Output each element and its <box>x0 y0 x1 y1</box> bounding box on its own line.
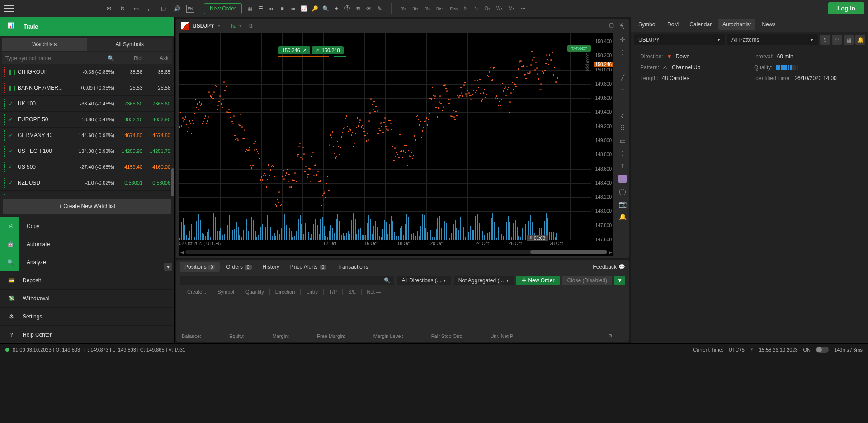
watchlist-row[interactable]: ✓AUDJPY-7.7 (-0.08%)94.89294.897 <box>0 191 174 196</box>
crosshair-icon[interactable]: ✛ <box>618 35 627 43</box>
equidist-icon[interactable]: ≡ <box>618 86 627 94</box>
orders-search[interactable]: 🔍 <box>180 276 394 285</box>
camera-icon[interactable]: 📷 <box>618 200 627 208</box>
bottom-tab-orders[interactable]: Orders0 <box>222 262 256 272</box>
tf-h4[interactable]: h₄ <box>472 5 481 12</box>
ask-tag[interactable]: ↗150.248 <box>312 46 344 54</box>
watchlist-row[interactable]: ✓NZDUSD-1.0 (-0.02%)0.580010.58006 <box>0 175 174 191</box>
share-icon[interactable]: ⇪ <box>820 35 830 45</box>
autochartist-pattern-select[interactable]: All Patterns▼ <box>727 34 818 45</box>
right-tab-symbol[interactable]: Symbol <box>634 19 661 30</box>
eye-icon[interactable]: 👁 <box>365 5 373 13</box>
list-icon[interactable]: ☰ <box>256 5 264 13</box>
circle-icon[interactable]: ◯ <box>618 187 627 195</box>
watchlist-row[interactable]: ✓US 500-27.40 (-0.65%)4159.404160.00 <box>0 159 174 175</box>
bell-icon[interactable]: 🔔 <box>618 213 627 221</box>
chart-icon[interactable]: 📈 <box>300 5 308 13</box>
bottom-new-order-button[interactable]: ✚ New Order <box>516 276 560 285</box>
sparkle-icon[interactable]: ✦ <box>332 5 340 13</box>
bottom-tab-price-alerts[interactable]: Price Alerts0 <box>286 262 331 272</box>
star-icon[interactable]: ☆ <box>832 35 842 45</box>
tab-all-symbols[interactable]: All Symbols <box>87 38 173 51</box>
tf-m1[interactable]: m₁ <box>399 5 408 12</box>
tf-w1[interactable]: W₁ <box>495 5 504 12</box>
chart-symbol-dropdown-icon[interactable]: ▾ <box>218 24 220 28</box>
multi-icon[interactable]: ▪▪ <box>289 5 297 13</box>
close-disabled-button[interactable]: Close (Disabled) <box>562 276 612 285</box>
login-button[interactable]: Log In <box>828 2 864 14</box>
search-icon[interactable]: 🔍 <box>108 55 114 62</box>
sidebar-item-copy[interactable]: ⎘Copy <box>0 217 174 235</box>
scroll-left-icon[interactable]: ◀ <box>179 250 185 255</box>
sidebar-item-withdraw[interactable]: 💸Withdrawal <box>0 289 174 307</box>
edit-icon[interactable]: ✎ <box>376 5 384 13</box>
grid-icon[interactable]: ▪▪ <box>267 5 275 13</box>
watchlist-row[interactable]: ✓US TECH 100-134.30 (-0.93%)14250.901425… <box>0 143 174 159</box>
hline-icon[interactable]: ─ <box>618 61 627 69</box>
direction-filter[interactable]: All Directions (... ▼ <box>397 276 451 285</box>
scroll-thumb[interactable] <box>530 250 607 254</box>
layers-icon[interactable]: ≋ <box>354 5 362 13</box>
text-icon[interactable]: T <box>618 162 627 170</box>
key-icon[interactable]: 🔑 <box>311 5 319 13</box>
maximize-icon[interactable]: ▢ <box>609 22 615 28</box>
full-icon[interactable]: ■ <box>278 5 286 13</box>
bottom-tab-history[interactable]: History <box>258 262 284 272</box>
alert-icon[interactable]: 🔔 <box>855 35 865 45</box>
swap-icon[interactable]: ⇄ <box>146 5 154 13</box>
tf-h1[interactable]: h₁ <box>462 5 470 12</box>
right-tab-calendar[interactable]: Calendar <box>685 19 716 30</box>
bid-tag[interactable]: 150.246↗ <box>278 46 310 54</box>
tabs-icon[interactable]: ▭ <box>132 5 140 13</box>
sound-icon[interactable]: 🔊 <box>173 5 181 13</box>
watchlist-row[interactable]: ✓UK 100-33.40 (-0.45%)7365.607365.60 <box>0 96 174 112</box>
chart-horizontal-scrollbar[interactable]: ◀ ▶ <box>179 249 613 255</box>
rect-icon[interactable]: ▭ <box>618 137 627 145</box>
scroll-right-icon[interactable]: ▶ <box>607 250 613 255</box>
arrow-icon[interactable]: ⇧ <box>618 149 627 157</box>
tab-watchlists[interactable]: Watchlists <box>2 38 87 51</box>
tf-d1[interactable]: D₁ <box>483 5 492 12</box>
tf-m5[interactable]: m₅ <box>423 5 432 12</box>
sidebar-item-deposit[interactable]: 💳Deposit <box>0 271 174 289</box>
symbol-search-input[interactable] <box>5 55 108 62</box>
pitchfork-icon[interactable]: ⫽ <box>618 111 627 119</box>
chart-tf-dropdown-icon[interactable]: ▾ <box>239 24 241 28</box>
chart-canvas[interactable]: 150.246↗ ↗150.248 TARGET 100.0 pips 150.… <box>179 33 613 256</box>
watchlist-row[interactable]: ✓GERMANY 40-144.60 (-0.98%)14674.8014674… <box>0 128 174 143</box>
trend-icon[interactable]: ╱ <box>618 73 627 81</box>
watchlist-row[interactable]: ❚❚CITIGROUP-0.33 (-0.85%)38.5838.65 <box>0 64 174 80</box>
menu-button[interactable] <box>4 3 14 14</box>
search-icon[interactable]: 🔍 <box>321 5 330 13</box>
chart-link-icon[interactable]: ⧉ <box>249 23 253 29</box>
tf-M1[interactable]: M₁ <box>507 5 516 12</box>
video-icon[interactable]: ▢ <box>159 5 167 13</box>
tz-dropdown-icon[interactable]: ▼ <box>750 347 754 352</box>
refresh-icon[interactable]: ↻ <box>118 5 127 13</box>
bottom-tab-transactions[interactable]: Transactions <box>333 262 373 272</box>
collapse-button[interactable]: ▾ <box>164 263 172 271</box>
aggregation-filter[interactable]: Not Aggregated (... ▼ <box>454 276 514 285</box>
highlight-icon[interactable]: ▢ <box>618 175 627 183</box>
bottom-tab-positions[interactable]: Positions0 <box>180 262 220 272</box>
sidebar-item-analyze[interactable]: 🔍Analyze <box>0 253 174 271</box>
layout-icon[interactable]: ▦ <box>245 5 254 13</box>
fb-icon[interactable]: ⓕ <box>343 5 351 13</box>
chart-symbol[interactable]: USDJPY <box>193 23 214 29</box>
sidebar-item-robot[interactable]: 🤖Automate <box>0 235 174 253</box>
mail-icon[interactable]: ✉ <box>105 5 113 13</box>
watchlist-row[interactable]: ❚❚BANK OF AMER...+0.09 (+0.35%)25.5325.5… <box>0 80 174 96</box>
grid-icon[interactable]: ⠿ <box>618 124 627 132</box>
create-watchlist-button[interactable]: + Create New Watchlist <box>3 199 171 214</box>
account-settings-icon[interactable]: ⚙ <box>608 333 613 339</box>
close-dropdown-button[interactable]: ▼ <box>614 276 625 285</box>
right-tab-dom[interactable]: DoM <box>663 19 683 30</box>
timezone[interactable]: UTC+5 <box>729 347 745 352</box>
fib-icon[interactable]: ≣ <box>618 99 627 107</box>
autochartist-symbol-select[interactable]: USDJPY▼ <box>634 34 725 45</box>
tf-more[interactable]: ••• <box>519 5 528 12</box>
new-order-button[interactable]: New Order <box>204 3 242 14</box>
sidebar-item-help[interactable]: ?Help Center <box>0 325 174 343</box>
sidebar-item-gear[interactable]: ⚙Settings <box>0 307 174 325</box>
watchlist-row[interactable]: ✓EUROPE 50-18.80 (-0.46%)4032.104032.90 <box>0 112 174 128</box>
